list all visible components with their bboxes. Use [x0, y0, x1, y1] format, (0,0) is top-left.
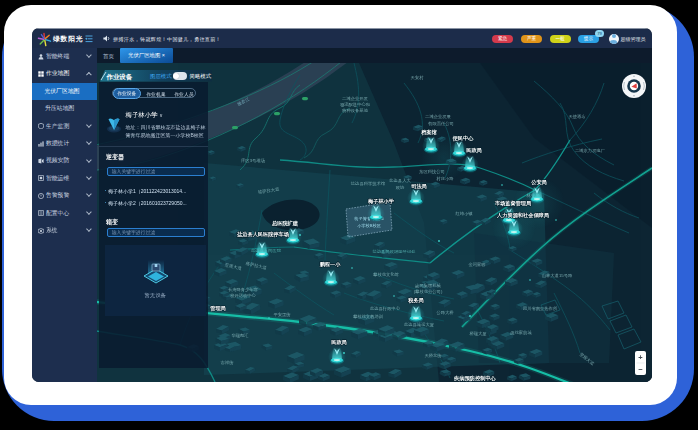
svg-text:疾病预防控制中心: 疾病预防控制中心: [453, 375, 496, 382]
svg-text:管理局: 管理局: [209, 305, 226, 312]
svg-text:−: −: [638, 365, 643, 374]
svg-text:二滩水力发电厂: 二滩水力发电厂: [575, 148, 606, 153]
svg-text:山林大道15号路: 山林大道15号路: [542, 273, 573, 278]
svg-text:市场监督管理局: 市场监督管理局: [495, 200, 531, 207]
svg-text:校外活动中心: 校外活动中心: [230, 292, 256, 298]
svg-text:+: +: [638, 353, 643, 362]
svg-text:司法局: 司法局: [410, 183, 427, 190]
svg-text:总医院扩建: 总医院扩建: [271, 220, 299, 227]
svg-text:二滩企业开发: 二滩企业开发: [342, 96, 368, 101]
svg-text:小学校B校区: 小学校B校区: [357, 223, 382, 228]
svg-text:华瑞都汇: 华瑞都汇: [231, 333, 249, 338]
svg-text:长寿路青少年宫: 长寿路青少年宫: [228, 287, 258, 292]
svg-text:天使酒店: 天使酒店: [568, 114, 586, 119]
svg-text:民政局: 民政局: [466, 147, 482, 154]
svg-text:红格小镇: 红格小镇: [455, 211, 473, 216]
svg-text:(攀枝花分公司): (攀枝花分公司): [414, 289, 443, 294]
svg-text:盐边县行政中心: 盐边县行政中心: [370, 305, 401, 312]
svg-text:政协: 政协: [396, 185, 405, 190]
svg-text:四川省南亚热作所: 四川省南亚热作所: [523, 306, 558, 311]
svg-text:便民中心: 便民中心: [452, 135, 475, 142]
svg-text:有限责任公司: 有限责任公司: [428, 121, 454, 126]
svg-text:梅子林小学: 梅子林小学: [367, 198, 395, 205]
svg-text:公安局: 公安局: [530, 179, 547, 186]
svg-text:惠民集团机械: 惠民集团机械: [414, 283, 441, 288]
svg-text:物流配送中心和: 物流配送中心和: [340, 101, 370, 108]
svg-text:金河家园: 金河家园: [468, 262, 485, 267]
svg-text:盐边县科学技术馆: 盐边县科学技术馆: [351, 181, 385, 186]
svg-text:盐边县人民医院停车场: 盐边县人民医院停车场: [236, 231, 289, 238]
svg-text:攀枝花文化馆: 攀枝花文化馆: [373, 272, 399, 277]
svg-text:公路大桥: 公路大桥: [436, 310, 454, 315]
svg-text:盐边县民政婚姻登记处: 盐边县民政婚姻登记处: [373, 249, 417, 254]
svg-text:盐边县人大: 盐边县人大: [389, 178, 411, 183]
svg-text:鹏程一小: 鹏程一小: [319, 261, 342, 268]
svg-text:人力资源和社会保障局: 人力资源和社会保障局: [496, 212, 549, 219]
svg-text:二滩企业发展: 二滩企业发展: [425, 114, 451, 119]
svg-text:档案馆: 档案馆: [420, 129, 437, 136]
svg-text:税务局: 税务局: [407, 297, 424, 304]
svg-text:民政局: 民政局: [331, 339, 347, 346]
